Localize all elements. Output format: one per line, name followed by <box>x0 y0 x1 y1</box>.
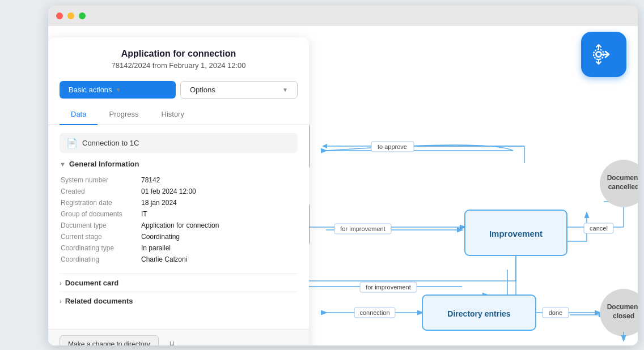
browser-titlebar <box>48 6 638 26</box>
doc-bottom: Make a change to directory ⑂ <box>48 329 309 345</box>
svg-text:done: done <box>549 309 562 316</box>
browser-content: Application for connection 78142/2024 fr… <box>48 26 638 345</box>
general-info-section[interactable]: ▼ General Information <box>60 160 298 168</box>
file-item: 📄 Connection to 1C <box>60 133 298 153</box>
dot-red[interactable] <box>56 12 63 19</box>
table-row: Created 01 feb 2024 12:00 <box>61 186 296 197</box>
doc-panel-header: Application for connection 78142/2024 fr… <box>48 37 309 75</box>
tab-progress[interactable]: Progress <box>98 104 150 125</box>
dot-green[interactable] <box>79 12 86 19</box>
svg-text:to approve: to approve <box>378 143 407 150</box>
document-card-section[interactable]: › Document card <box>60 274 298 292</box>
doc-actions: Basic actions ▼ Options ▼ <box>48 75 309 104</box>
doc-body: 📄 Connection to 1C ▼ General Information… <box>48 125 309 345</box>
browser-window: Application for connection 78142/2024 fr… <box>48 6 638 345</box>
svg-text:cancelled: cancelled <box>608 183 638 191</box>
options-button[interactable]: Options ▼ <box>180 81 298 99</box>
doc-subtitle: 78142/2024 from February 1, 2024 12:00 <box>60 61 298 70</box>
related-docs-section[interactable]: › Related documents <box>60 292 298 310</box>
svg-text:Improvement: Improvement <box>489 229 543 238</box>
svg-text:closed: closed <box>613 312 634 320</box>
tab-data[interactable]: Data <box>60 104 98 125</box>
info-table: System number 78142 Created 01 feb 2024 … <box>60 174 298 266</box>
svg-text:for improvement: for improvement <box>366 284 410 291</box>
make-change-button[interactable]: Make a change to directory <box>60 335 159 345</box>
table-row: Registration date 18 jan 2024 <box>61 198 296 208</box>
svg-text:Document: Document <box>607 174 638 182</box>
doc-title: Application for connection <box>60 49 298 59</box>
chevron-right-icon: › <box>60 280 62 287</box>
svg-point-1 <box>597 53 600 56</box>
svg-text:Document: Document <box>607 303 638 311</box>
svg-text:cancel: cancel <box>590 225 608 232</box>
svg-text:Directory entries: Directory entries <box>447 309 510 318</box>
table-row: Coordinating Charlie Calzoni <box>61 254 296 264</box>
svg-text:for improvement: for improvement <box>340 225 385 232</box>
table-row: Document type Application for connection <box>61 220 296 231</box>
tab-history[interactable]: History <box>150 104 196 125</box>
chevron-down-icon: ▼ <box>282 87 288 93</box>
doc-tabs: Data Progress History <box>48 104 309 125</box>
table-row: Coordinating type In parallel <box>61 243 296 253</box>
chevron-down-icon: ▼ <box>116 87 121 93</box>
table-row: Current stage Coordinating <box>61 232 296 242</box>
chevron-down-icon: ▼ <box>60 161 66 168</box>
file-icon: 📄 <box>66 138 78 148</box>
chevron-right-icon: › <box>60 298 62 305</box>
table-row: System number 78142 <box>61 175 296 185</box>
doc-panel: Application for connection 78142/2024 fr… <box>48 37 309 345</box>
flow-icon: ⑂ <box>164 337 180 345</box>
app-icon <box>581 32 626 77</box>
basic-actions-button[interactable]: Basic actions ▼ <box>60 81 176 99</box>
svg-marker-19 <box>322 144 327 148</box>
table-row: Group of documents IT <box>61 209 296 219</box>
dot-yellow[interactable] <box>67 12 74 19</box>
svg-text:connection: connection <box>359 309 389 316</box>
